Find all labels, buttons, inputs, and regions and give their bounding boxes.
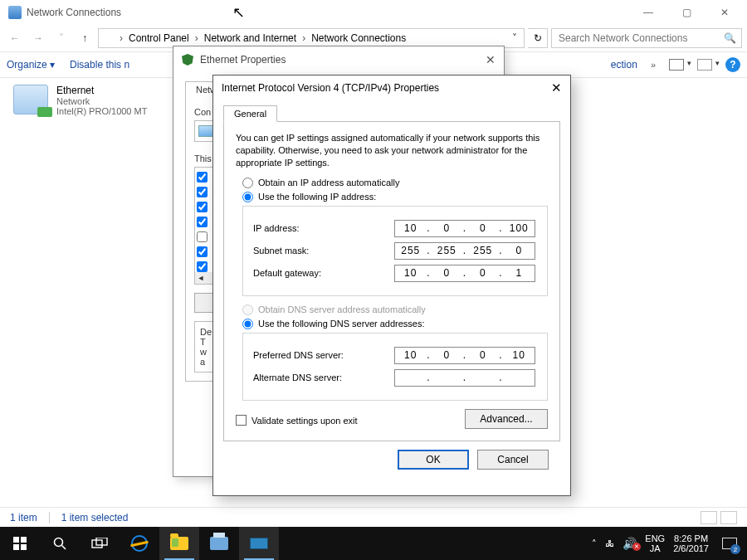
- obtain-dns-radio: Obtain DNS server address automatically: [242, 304, 548, 315]
- search-button[interactable]: [40, 527, 80, 560]
- checkbox[interactable]: [197, 172, 208, 183]
- alternate-dns-input[interactable]: ...: [394, 369, 535, 387]
- dialog-title-bar[interactable]: Ethernet Properties ✕: [173, 46, 504, 73]
- dialog-title-bar[interactable]: Internet Protocol Version 4 (TCP/IPv4) P…: [213, 75, 570, 100]
- overflow-chevron[interactable]: »: [651, 60, 656, 70]
- network-tray-icon[interactable]: 🖧: [605, 538, 614, 548]
- breadcrumb-item[interactable]: Control Panel: [129, 32, 189, 44]
- recent-dropdown[interactable]: ˅: [51, 28, 71, 48]
- shield-icon: [182, 54, 193, 66]
- diagnose-button-partial[interactable]: ection: [611, 59, 637, 71]
- refresh-button[interactable]: ↻: [528, 28, 548, 48]
- title-bar[interactable]: Network Connections ↖ — ▢ ✕: [0, 0, 747, 25]
- checkbox[interactable]: [197, 261, 208, 272]
- svg-rect-3: [21, 544, 27, 550]
- close-button[interactable]: ✕: [486, 53, 496, 66]
- radio-label: Obtain DNS server address automatically: [258, 304, 426, 314]
- minimize-button[interactable]: —: [629, 0, 667, 25]
- back-button[interactable]: ←: [5, 28, 25, 48]
- svg-rect-6: [92, 540, 102, 548]
- checkbox[interactable]: [197, 202, 208, 212]
- svg-line-5: [62, 546, 66, 550]
- taskbar-explorer[interactable]: [159, 527, 199, 560]
- radio-label: Use the following IP address:: [258, 192, 376, 202]
- taskbar-ie[interactable]: [120, 527, 159, 560]
- clock[interactable]: 8:26 PM 2/6/2017: [673, 533, 709, 553]
- time: 8:26 PM: [673, 533, 709, 543]
- app-icon: [8, 6, 22, 19]
- adapter-status: Network: [56, 96, 147, 106]
- radio-input[interactable]: [242, 192, 253, 202]
- tray-overflow[interactable]: ˄: [592, 538, 597, 549]
- checkbox-icon[interactable]: [236, 415, 247, 426]
- preferred-dns-label: Preferred DNS server:: [253, 350, 394, 360]
- general-tab[interactable]: General: [223, 105, 277, 122]
- nic-icon: [198, 125, 213, 137]
- organize-menu[interactable]: Organize ▾: [7, 59, 55, 71]
- address-dropdown[interactable]: ˅: [509, 32, 520, 44]
- icons-view-button[interactable]: [720, 511, 737, 524]
- obtain-ip-radio[interactable]: Obtain an IP address automatically: [242, 178, 548, 188]
- checkbox[interactable]: [197, 246, 208, 257]
- ie-icon: [131, 535, 148, 552]
- checkbox[interactable]: [197, 217, 208, 227]
- checkbox[interactable]: [197, 187, 208, 197]
- radio-input[interactable]: [242, 319, 253, 329]
- close-button[interactable]: ✕: [706, 0, 744, 25]
- item-count: 1 item: [10, 512, 37, 523]
- subnet-mask-input[interactable]: 255.255.255.0: [394, 242, 535, 260]
- breadcrumb-item[interactable]: Network and Internet: [204, 32, 296, 44]
- adapter-icon: [13, 85, 48, 114]
- monitor-icon: [250, 538, 268, 549]
- date: 2/6/2017: [673, 543, 709, 553]
- start-button[interactable]: [0, 527, 40, 560]
- preview-pane-button[interactable]: [697, 59, 712, 71]
- up-button[interactable]: ↑: [75, 28, 95, 48]
- taskbar-devices[interactable]: [199, 527, 239, 560]
- language-indicator[interactable]: ENG JA: [645, 533, 665, 553]
- selected-count: 1 item selected: [61, 512, 129, 523]
- disable-device-button[interactable]: Disable this n: [70, 59, 129, 71]
- ip-group: IP address: 10.0.0.100 Subnet mask: 255.…: [242, 206, 548, 296]
- folder-icon: [170, 537, 188, 550]
- system-tray: ˄ 🖧 🔊✕ ENG JA 8:26 PM 2/6/2017 2: [592, 531, 747, 556]
- svg-rect-2: [13, 544, 19, 550]
- radio-input: [242, 304, 253, 315]
- subnet-mask-label: Subnet mask:: [253, 246, 394, 256]
- checkbox[interactable]: [197, 231, 208, 242]
- action-center[interactable]: 2: [717, 531, 742, 556]
- divider: [49, 512, 50, 523]
- volume-icon[interactable]: 🔊✕: [622, 537, 637, 550]
- cancel-button[interactable]: Cancel: [477, 450, 549, 470]
- use-dns-radio[interactable]: Use the following DNS server addresses:: [242, 319, 548, 329]
- maximize-button[interactable]: ▢: [667, 0, 706, 25]
- advanced-button[interactable]: Advanced...: [465, 409, 548, 429]
- search-box[interactable]: 🔍: [551, 28, 742, 48]
- notification-badge: 2: [730, 544, 740, 554]
- task-view-button[interactable]: [80, 527, 120, 560]
- forward-button[interactable]: →: [28, 28, 48, 48]
- ip-address-input[interactable]: 10.0.0.100: [394, 220, 535, 237]
- radio-input[interactable]: [242, 178, 253, 188]
- taskbar[interactable]: ˄ 🖧 🔊✕ ENG JA 8:26 PM 2/6/2017 2: [0, 527, 747, 560]
- taskbar-control-panel[interactable]: [239, 527, 279, 560]
- search-input[interactable]: [557, 32, 724, 45]
- view-options[interactable]: [669, 59, 684, 71]
- location-icon: [102, 32, 114, 44]
- breadcrumb-item[interactable]: Network Connections: [311, 32, 406, 44]
- svg-rect-1: [21, 537, 27, 543]
- adapter-device: Intel(R) PRO/1000 MT: [56, 106, 147, 116]
- radio-label: Obtain an IP address automatically: [258, 178, 399, 187]
- use-ip-radio[interactable]: Use the following IP address:: [242, 192, 548, 202]
- gateway-label: Default gateway:: [253, 268, 394, 278]
- ok-button[interactable]: OK: [398, 450, 469, 470]
- dns-group: Preferred DNS server: 10.0.0.10 Alternat…: [242, 333, 548, 401]
- gateway-input[interactable]: 10.0.0.1: [394, 265, 535, 282]
- validate-checkbox[interactable]: Validate settings upon exit: [236, 415, 358, 426]
- preferred-dns-input[interactable]: 10.0.0.10: [394, 347, 535, 364]
- window-title: Network Connections: [27, 7, 121, 18]
- details-view-button[interactable]: [701, 511, 717, 524]
- help-button[interactable]: ?: [725, 57, 740, 72]
- ip-address-label: IP address:: [253, 223, 394, 233]
- close-button[interactable]: ✕: [551, 80, 562, 95]
